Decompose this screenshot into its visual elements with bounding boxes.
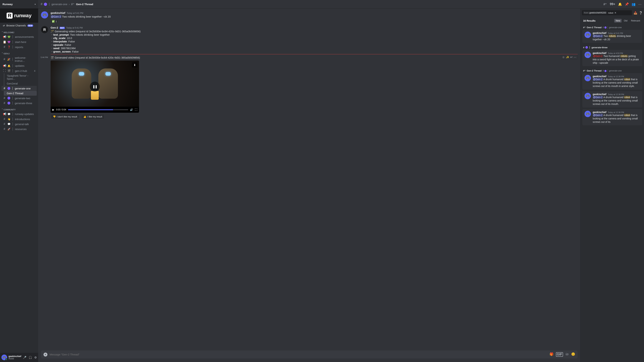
members-icon[interactable]: 👥 — [632, 2, 636, 6]
notification-count[interactable]: 99+ — [610, 2, 615, 6]
avatar-dot-icon — [8, 87, 10, 90]
search-result[interactable]: 🎮 geekinchiefToday at 5:41 PM @Gen-2 Two… — [582, 30, 642, 43]
megaphone-icon: 📢 — [3, 35, 6, 38]
bot-avatar[interactable]: R — [41, 26, 48, 33]
search-result[interactable]: 🎮 geekinchiefToday at 12:38 PM @Gen-2 A … — [582, 109, 642, 125]
result-group-header[interactable]: #⁺ Gen-2 Thread # ┊ generate-one — [582, 24, 642, 30]
search-result[interactable]: 🎮 geekinchiefToday at 12:38 PM @Gen-2 A … — [582, 73, 642, 90]
filter-relevant[interactable]: Relevant — [630, 19, 642, 22]
browse-icon: ⇄ — [3, 24, 5, 27]
search-results[interactable]: #⁺ Gen-2 Thread # ┊ generate-one 🎮 geeki… — [580, 24, 644, 362]
progress-bar[interactable] — [68, 109, 128, 110]
like-button[interactable]: 👍I like my result — [81, 114, 104, 119]
search-chip[interactable]: from:geekinchief#6200 — [583, 11, 607, 14]
headphones-icon[interactable]: 🎧 — [28, 356, 32, 359]
channel-runway-updates[interactable]: 📢💬┊runway-updates — [2, 111, 37, 117]
clear-search-icon[interactable]: ✕ — [614, 11, 616, 14]
hash-icon: # — [3, 127, 6, 131]
breadcrumb-thread: Gen-2 Thread — [76, 3, 93, 6]
channel-general-talk[interactable]: #💬┊general-talk — [2, 122, 37, 126]
message-list[interactable]: 🎮 geekinchief Today at 5:41 PM @Gen-2 Tw… — [38, 8, 580, 351]
video-attachment[interactable]: ⬇ ❚❚ ▶ 0:03 / 0:04 🔊 — [50, 60, 139, 113]
avatar: 🎮 — [584, 75, 591, 81]
message-time: Today at 5:41 PM — [66, 27, 83, 29]
channel-introductions[interactable]: #👋┊introductions — [2, 117, 37, 122]
gif-icon[interactable]: GIF — [556, 352, 563, 357]
avatar: 🎮 — [584, 93, 591, 99]
filter-new[interactable]: New — [614, 19, 622, 22]
channel-gen2hub[interactable]: ⛶🎬┊gen-2-hub4 — [2, 68, 37, 73]
category-gen2[interactable]: ˅ GEN-2 — [2, 49, 37, 55]
pause-icon[interactable]: ❚❚ — [90, 82, 100, 92]
search-result[interactable]: 🎮 geekinchiefToday at 12:38 PM @Gen-2 A … — [582, 91, 642, 107]
search-result[interactable]: 🎮 geekinchiefToday at 4:59 PM @Gen-2 Two… — [582, 50, 642, 66]
megaphone-icon: 📢 — [3, 64, 6, 67]
reaction-check[interactable]: ✅ 1 — [50, 19, 58, 23]
check-icon: ✅ — [52, 20, 55, 23]
thumbs-up-icon: 👍 — [84, 115, 86, 118]
mention[interactable]: @Gen-2 — [50, 15, 62, 18]
super-reaction-icon[interactable]: ✨ — [566, 55, 569, 59]
channel-resources[interactable]: #🚀┊resources — [2, 126, 37, 131]
reply-icon[interactable]: ↩ — [570, 55, 572, 59]
dislike-button[interactable]: 👎I don't like my result — [50, 114, 79, 119]
channel-announcements[interactable]: 📢💚┊announcements — [2, 34, 37, 39]
breadcrumb-parent[interactable]: generate-one — [52, 3, 67, 6]
server-header[interactable]: Runway ▾ — [0, 0, 38, 8]
channel-generate-three[interactable]: #┊generate-three — [2, 101, 37, 106]
user-avatar[interactable]: 🎮 — [2, 355, 7, 360]
message-text: @Gen-2 Two robots drinking beer together… — [50, 15, 578, 18]
filter-old[interactable]: Old — [622, 19, 629, 22]
sticker-icon[interactable]: 🗂 — [566, 352, 569, 357]
mic-icon[interactable]: 🎤 — [23, 356, 26, 359]
inbox-icon[interactable]: 📥 — [634, 11, 637, 14]
chevron-down-icon: ˅ — [2, 31, 3, 33]
channel-welcome-instruc[interactable]: #🎉┊welcome-instruc... — [2, 55, 37, 63]
bell-icon[interactable]: 🔔 — [618, 2, 622, 6]
message-author[interactable]: geekinchief — [50, 11, 65, 14]
emoji-icon[interactable]: 😊 — [571, 352, 575, 357]
download-button[interactable]: ⬇ — [132, 62, 137, 68]
search-input[interactable]: from:geekinchief#6200 robot ✕ — [582, 10, 632, 15]
message-author[interactable]: Gen-2 — [50, 26, 58, 29]
message-input[interactable] — [50, 353, 548, 356]
result-group-header[interactable]: #⁺ Gen-2 Thread # ┊ generate-one — [582, 68, 642, 73]
fullscreen-icon[interactable]: ⛶ — [135, 108, 137, 111]
volume-icon[interactable]: 🔊 — [130, 108, 133, 111]
channel-start-here[interactable]: 📋💜┊start-here — [2, 39, 37, 44]
more-icon[interactable]: ⋯ — [574, 55, 576, 59]
chevron-down-icon: ▾ — [34, 3, 36, 5]
gear-icon[interactable]: ⚙ — [34, 356, 37, 359]
user-info[interactable]: geekinchief #6200 — [8, 355, 22, 360]
result-group-header[interactable]: # ┊ generate-three — [582, 44, 642, 50]
server-banner: R runway — [0, 8, 38, 23]
browse-channels[interactable]: ⇄ Browse Channels NEW — [2, 23, 37, 28]
channel-reports[interactable]: #❓┊reports — [2, 44, 37, 49]
gift-icon[interactable]: 🎁 — [550, 352, 554, 357]
avatar[interactable]: 🎮 — [41, 11, 48, 18]
thread-spaghetti[interactable]: 'Spaghetti Terror' - Spoo... — [4, 73, 37, 81]
more-icon[interactable]: ⋯ — [638, 2, 642, 6]
thread-gen2-thread[interactable]: Gen-2 Thread — [4, 91, 37, 96]
hash-icon: # — [3, 101, 6, 105]
channel-list[interactable]: ⇄ Browse Channels NEW ˅ WELCOME! 📢💚┊anno… — [0, 23, 38, 353]
channel-generate-two[interactable]: #┊generate-two — [2, 96, 37, 101]
channel-updates[interactable]: 📢🔔┊updates — [2, 63, 37, 68]
thread-icon: #⁺ — [583, 26, 586, 29]
reaction-icon[interactable]: ☺ — [562, 55, 565, 59]
message-time: Today at 5:41 PM — [67, 12, 83, 14]
attach-button[interactable]: + — [44, 353, 48, 357]
avatar: 🎮 — [584, 31, 591, 38]
threads-icon[interactable]: #⁺ — [603, 2, 607, 6]
channel-generate-one[interactable]: #┊generate-one — [2, 86, 37, 91]
search-panel: from:geekinchief#6200 robot ✕ 📥 ❔ 16 Res… — [580, 8, 644, 362]
help-icon[interactable]: ❔ — [639, 11, 642, 14]
thread-icon: #⁺ — [71, 2, 74, 6]
play-button[interactable]: ▶ — [52, 108, 54, 111]
thread-gen2eral[interactable]: Gen2eral — [4, 81, 37, 86]
category-welcome[interactable]: ˅ WELCOME! — [2, 28, 37, 34]
clapper-icon: 🎬 — [50, 56, 54, 59]
banner-text: runway — [14, 13, 32, 18]
category-community[interactable]: ˅ COMMUNITY — [2, 106, 37, 111]
pin-icon[interactable]: 📌 — [625, 2, 629, 6]
